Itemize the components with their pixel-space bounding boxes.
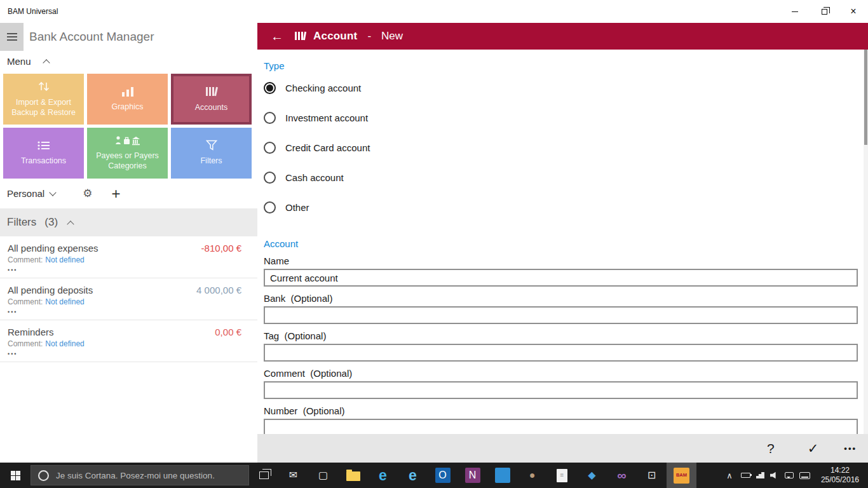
- account-section-label: Account: [264, 238, 858, 249]
- file-explorer-icon[interactable]: [338, 463, 368, 488]
- item-more-button[interactable]: •••: [8, 267, 241, 273]
- field-comment: Comment (Optional): [264, 368, 858, 399]
- gear-icon[interactable]: ⚙: [83, 187, 92, 200]
- filters-section-header[interactable]: Filters (3): [0, 208, 257, 236]
- minimize-icon: [792, 11, 798, 12]
- clock-date: 25/05/2016: [821, 475, 859, 485]
- type-section-label: Type: [264, 60, 858, 71]
- radio-cash-account[interactable]: Cash account: [264, 163, 858, 193]
- bank-icon: [294, 31, 307, 41]
- photos-icon[interactable]: ⊡: [637, 463, 667, 488]
- scrollbar[interactable]: [864, 50, 868, 434]
- comment-value: Not defined: [45, 339, 84, 348]
- list-item[interactable]: Reminders 0,00 € Comment:Not defined •••: [0, 320, 257, 362]
- app-title: Bank Account Manager: [29, 30, 154, 44]
- tile-graphics[interactable]: Graphics: [87, 74, 168, 125]
- item-more-button[interactable]: •••: [8, 309, 241, 315]
- taskbar-clock[interactable]: 14:22 25/05/2016: [816, 466, 864, 485]
- detail-panel: ← Account - New Type Checking account In…: [257, 23, 868, 463]
- comment-label: Comment:: [8, 339, 43, 348]
- visual-studio-icon[interactable]: ∞: [607, 463, 637, 488]
- radio-credit-card-account[interactable]: Credit Card account: [264, 133, 858, 163]
- field-name: Name: [264, 255, 858, 287]
- tile-payees[interactable]: Payees or PayersCategories: [87, 128, 168, 179]
- radio-other[interactable]: Other: [264, 193, 858, 222]
- left-panel-header: Bank Account Manager: [0, 23, 257, 51]
- field-number: Number (Optional): [264, 405, 858, 434]
- filters-count: (3): [44, 216, 58, 229]
- tile-import-export[interactable]: Import & ExportBackup & Restore: [3, 74, 84, 125]
- menu-label: Menu: [7, 56, 31, 67]
- page-title: Account: [313, 30, 357, 43]
- start-button[interactable]: [0, 463, 31, 488]
- mail-icon[interactable]: ✉: [278, 463, 308, 488]
- onenote-icon[interactable]: N: [458, 463, 487, 488]
- task-view-icon: [259, 471, 269, 479]
- app-diamond-icon[interactable]: ◆: [577, 463, 607, 488]
- tag-input[interactable]: [264, 344, 858, 362]
- help-button[interactable]: ?: [767, 441, 775, 456]
- menu-toggle[interactable]: Menu: [0, 51, 257, 69]
- tile-transactions[interactable]: Transactions: [3, 128, 84, 179]
- radio-button-icon: [264, 112, 276, 124]
- filter-list: All pending expenses -810,00 € Comment:N…: [0, 236, 257, 362]
- comment-label: Comment (Optional): [264, 368, 858, 379]
- edge-icon[interactable]: e: [368, 463, 398, 488]
- bam-app-icon[interactable]: BAM: [667, 463, 696, 488]
- app-dark-icon[interactable]: ●: [517, 463, 547, 488]
- accept-button[interactable]: ✓: [808, 441, 819, 456]
- name-input[interactable]: [264, 269, 858, 287]
- app-blue-icon[interactable]: [487, 463, 517, 488]
- radio-label: Investment account: [285, 112, 368, 123]
- payees-categories-icon: [115, 135, 140, 147]
- filter-name: All pending expenses: [8, 243, 98, 254]
- cortana-search[interactable]: Je suis Cortana. Posez-moi une question.: [31, 465, 249, 485]
- more-button[interactable]: •••: [844, 444, 857, 453]
- close-button[interactable]: ×: [839, 0, 868, 23]
- task-view-button[interactable]: [249, 463, 278, 488]
- bank-columns-icon: [205, 86, 218, 99]
- profile-selector[interactable]: Personal: [7, 188, 44, 199]
- filter-amount: 4 000,00 €: [196, 285, 241, 295]
- screen: BAM Universal × Bank Account Manager Men…: [0, 0, 868, 488]
- battery-icon[interactable]: [741, 473, 750, 478]
- scrollbar-thumb[interactable]: [864, 50, 867, 145]
- system-tray: ∧ 14:22 25/05/2016: [724, 463, 868, 488]
- page-subtitle: New: [381, 30, 403, 43]
- restore-button[interactable]: [810, 0, 839, 23]
- radio-button-icon: [264, 142, 276, 154]
- volume-icon[interactable]: [770, 471, 779, 479]
- outlook-icon[interactable]: O: [428, 463, 458, 488]
- hamburger-button[interactable]: [0, 23, 24, 51]
- keyboard-icon[interactable]: [799, 472, 810, 479]
- tile-filters[interactable]: Filters: [171, 128, 252, 179]
- document-app-icon[interactable]: ≡: [547, 463, 577, 488]
- add-button[interactable]: +: [111, 188, 120, 200]
- network-icon[interactable]: [756, 472, 764, 478]
- store-icon[interactable]: ▢: [308, 463, 338, 488]
- feedback-icon[interactable]: [785, 472, 794, 478]
- radio-investment-account[interactable]: Investment account: [264, 103, 858, 133]
- tray-chevron-up-icon[interactable]: ∧: [724, 471, 735, 480]
- internet-explorer-icon[interactable]: e: [398, 463, 428, 488]
- item-more-button[interactable]: •••: [8, 351, 241, 357]
- radio-checking-account[interactable]: Checking account: [264, 73, 858, 103]
- left-panel: Bank Account Manager Menu Import & Expor…: [0, 23, 257, 463]
- chevron-down-icon[interactable]: [50, 189, 57, 196]
- detail-header: ← Account - New: [257, 23, 868, 50]
- chevron-up-icon: [67, 220, 74, 227]
- list-item[interactable]: All pending deposits 4 000,00 € Comment:…: [0, 278, 257, 320]
- comment-value: Not defined: [45, 297, 84, 306]
- back-button[interactable]: ←: [271, 29, 283, 44]
- tile-accounts[interactable]: Accounts: [171, 74, 252, 125]
- comment-value: Not defined: [45, 255, 84, 264]
- list-item[interactable]: All pending expenses -810,00 € Comment:N…: [0, 236, 257, 278]
- radio-button-icon: [264, 82, 276, 94]
- profile-row: Personal ⚙ +: [0, 181, 257, 203]
- form-content: Type Checking account Investment account…: [257, 50, 868, 434]
- bank-input[interactable]: [264, 306, 858, 324]
- number-input[interactable]: [264, 419, 858, 434]
- filters-header-label: Filters: [7, 216, 36, 229]
- comment-input[interactable]: [264, 381, 858, 399]
- minimize-button[interactable]: [780, 0, 810, 23]
